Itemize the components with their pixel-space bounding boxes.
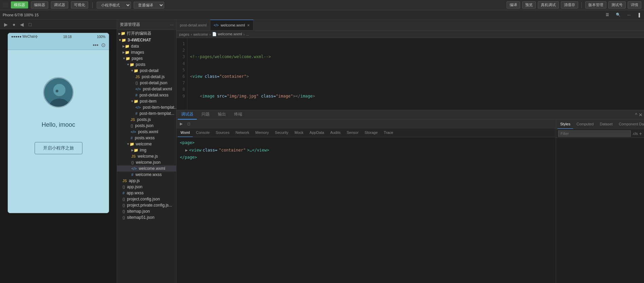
styles-tab-styles[interactable]: Styles [557,120,573,129]
inner-tab-memory[interactable]: Memory [253,128,272,137]
tree-posts-js[interactable]: JS posts.js [117,117,176,123]
tree-sitemap[interactable]: {} sitemap.json [117,208,176,214]
tree-post-detail-json[interactable]: {} post-detail.json [117,80,176,86]
inner-tab-trace[interactable]: Trace [381,128,396,137]
styles-tab-dataset[interactable]: Dataset [597,120,615,129]
chevron-icon: ▼ [122,57,126,60]
tree-label: img [140,148,146,153]
inner-tab-sensor[interactable]: Sensor [344,128,361,137]
inner-tab-appdata[interactable]: AppData [307,128,327,137]
dom-line-view[interactable]: ▶ <view class= "container" >…</view> [178,147,554,154]
search-icon[interactable]: 🔍 [614,12,622,18]
tree-welcome-js[interactable]: JS welcome.js [117,153,176,159]
inner-tab-network[interactable]: Network [233,128,252,137]
tree-app-json[interactable]: {} app.json [117,184,176,190]
tree-post-item-wxml[interactable]: </> post-item-templat... [117,104,176,110]
compile-btn[interactable]: 编译 [507,1,520,8]
tab-close-btn[interactable]: ✕ [247,23,250,27]
details-btn[interactable]: 详情 [628,1,641,8]
wxml-file-icon: </> [131,166,137,171]
sim-tool-btn-1[interactable]: ▶ [3,21,9,28]
tab-issues[interactable]: 问题 [198,110,213,120]
folder-icon: 📁 [125,44,130,49]
devtools-expand-btn[interactable]: ^ [635,112,637,118]
editor-btn[interactable]: 编辑器 [31,1,48,8]
sim-tool-btn-4[interactable]: □ [27,21,33,28]
tree-post-detail[interactable]: ▼ 📁 post-detail [117,68,176,74]
more-icon[interactable]: ··· [626,12,632,18]
device-tool-btn[interactable]: ◻ [185,121,192,127]
preview-btn2[interactable]: 预览 [522,1,536,8]
tree-data[interactable]: ▶ 📁 data [117,43,176,49]
json-file-icon: {} [122,203,125,207]
styles-tab-computed[interactable]: Computed [574,120,596,129]
tree-project-config[interactable]: {} project.config.json [117,196,176,202]
tree-post-detail-wxml[interactable]: </> post-detail.wxml [117,86,176,92]
inner-tab-console[interactable]: Console [193,128,212,137]
tree-posts-wxss[interactable]: # posts.wxss [117,135,176,141]
real-debug-btn[interactable]: 真机调试 [538,1,559,8]
inner-tab-sources[interactable]: Sources [213,128,232,137]
styles-filter-input[interactable] [558,130,631,137]
tree-welcome-img[interactable]: ▶ 📁 img [117,147,176,153]
tree-root[interactable]: ▼ 📁 3-4WECHAT [117,37,176,43]
sim-tool-btn-3[interactable]: ◀ [19,21,25,28]
tab-output[interactable]: 输出 [214,110,229,120]
version-btn[interactable]: 版本管理 [585,1,606,8]
mode-select[interactable]: 小程序模式 [97,2,131,8]
tree-post-item-wxss[interactable]: # post-item-templat... [117,110,176,117]
start-btn[interactable]: 开启小程序之旅 [35,142,82,154]
inner-tab-storage[interactable]: Storage [362,128,381,137]
status-left: ●●●●● WeChat令 [11,34,38,39]
code-content[interactable]: <!--pages/welcome/welcome.wxml--> <view … [187,38,644,110]
list-icon[interactable]: ☰ [604,12,610,18]
tree-post-item[interactable]: ▼ 📁 post-item [117,98,176,104]
debug-btn[interactable]: 调试器 [51,1,68,8]
add-style-btn[interactable]: + [639,131,642,136]
dom-tag: <page> [180,140,194,145]
tab-post-detail[interactable]: post-detail.wxml [176,20,210,31]
tab-welcome-wxml[interactable]: </> welcome.wxml ✕ [210,20,253,31]
devtools-toolbar: ▶ ◻ [176,120,556,128]
tab-terminal[interactable]: 终端 [231,110,246,120]
tree-posts[interactable]: ▼ 📁 posts [117,61,176,68]
chevron-icon: ▶ [118,32,121,35]
inner-tab-mock[interactable]: Mock [292,128,306,137]
test-btn[interactable]: 测试号 [608,1,626,8]
clear-btn[interactable]: 清缓存 [561,1,578,8]
tree-project-private[interactable]: {} project.private.config.js... [117,202,176,208]
dom-arrow[interactable]: ▶ [185,147,188,154]
inner-tab-wxml[interactable]: Wxml [178,128,193,137]
simulate-btn[interactable]: 模拟器 [11,1,28,8]
tree-sitemap51[interactable]: {} sitemap51.json [117,214,176,220]
tree-welcome-json[interactable]: {} welcome.json [117,159,176,165]
inner-tab-audits[interactable]: Audits [327,128,343,137]
tree-app-wxss[interactable]: # app.wxss [117,190,176,196]
split-icon[interactable]: ▐ [636,12,641,18]
tree-app-js[interactable]: JS app.js [117,178,176,184]
tree-images[interactable]: ▶ 📁 images [117,49,176,55]
file-tree-more[interactable]: ··· [170,22,173,27]
inner-tab-security[interactable]: Security [272,128,291,137]
tree-welcome-wxss[interactable]: # welcome.wxss [117,172,176,178]
tree-section-editor[interactable]: ▶ 📁 打开的编辑器 [117,30,176,37]
tree-welcome[interactable]: ▼ 📁 welcome [117,141,176,147]
tree-posts-json[interactable]: {} posts.json [117,123,176,129]
file-tree-title: 资源管理器 [120,22,140,28]
devtools-panel: 调试器 问题 输出 终端 ^ ✕ ▶ ◻ [176,110,644,283]
compile-mode-select[interactable]: 普通编译 [134,2,164,8]
tree-post-detail-wxss[interactable]: # post-detail.wxss [117,92,176,98]
cls-btn[interactable]: .cls [632,131,638,136]
tree-post-detail-js[interactable]: JS post-detail.js [117,74,176,80]
tree-welcome-wxml[interactable]: </> welcome.wxml [117,165,176,172]
devtools-close-btn[interactable]: ✕ [639,112,643,118]
chevron-icon: ▼ [127,63,130,66]
folder-icon: 📁 [121,31,126,36]
tree-posts-wxml[interactable]: </> posts.wxml [117,129,176,135]
styles-tab-component-data[interactable]: Component Data [616,120,644,129]
tree-pages[interactable]: ▼ 📁 pages [117,55,176,61]
tab-debugger[interactable]: 调试器 [178,110,197,120]
sim-tool-btn-2[interactable]: ● [11,21,17,28]
preview-btn[interactable]: 可视化 [71,1,88,8]
cursor-tool-btn[interactable]: ▶ [178,121,185,127]
